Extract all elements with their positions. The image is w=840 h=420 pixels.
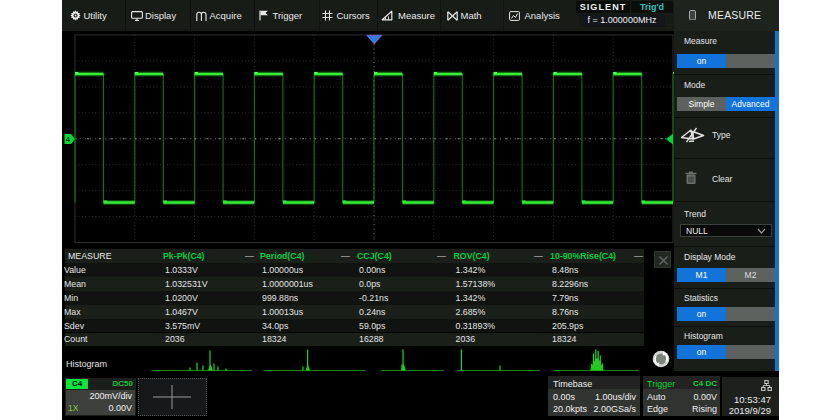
svg-text:4: 4 bbox=[66, 136, 70, 143]
